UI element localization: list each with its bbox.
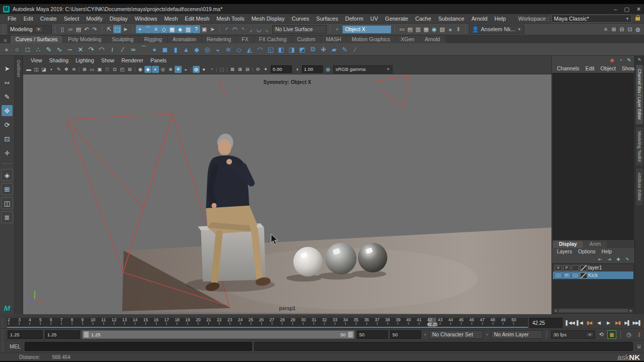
use-lights-icon[interactable]: ◎ [159,66,167,73]
menu-set-select[interactable]: Modeling ▼ [8,25,52,34]
four-pane-layout-button[interactable]: ⊞ [1,183,13,195]
layer-visibility-toggle[interactable]: V [554,265,562,271]
fps-select[interactable]: 30 fps ▼ [551,330,595,339]
timeline-frame-49[interactable]: 49 [501,318,506,327]
sidebar-pencil-icon[interactable]: ✎ [636,57,643,63]
snap-point-icon[interactable]: ⌗ [152,25,160,33]
timeline-frame-16[interactable]: 16 [154,318,158,327]
chevron-down-icon[interactable]: ▿ [423,332,427,337]
pause-viewport-icon[interactable]: ‖ [454,25,462,33]
resolution-gate-icon[interactable]: ▣ [96,66,103,73]
animation-preferences-button[interactable]: ▦ [607,330,616,339]
viewport-menu-item[interactable]: Renderer [118,57,147,63]
oversampling-icon[interactable]: ≋ [70,66,77,73]
timeline-frame-8[interactable]: 8 [71,318,73,327]
boundary-icon[interactable]: ◱ [266,45,275,54]
timeline-frame-23[interactable]: 23 [227,318,232,327]
viewport-menu-item[interactable]: View [27,57,46,63]
detach-curves-icon[interactable]: ∕ [118,45,127,54]
shelf-tab[interactable]: Custom [292,36,320,43]
minimize-button[interactable]: – [614,6,617,13]
timeline-frame-50[interactable]: 50 [511,318,516,327]
shelf-menu-icon[interactable]: ≡ [1,38,10,43]
move-tool[interactable]: ✥ [2,105,13,116]
viewport-menu-item[interactable]: Panels [147,57,170,63]
timeline-frame-21[interactable]: 21 [206,318,211,327]
timeline-frame-5[interactable]: 5 [39,318,42,327]
command-input-field[interactable] [25,342,252,351]
select-hierarchy-icon[interactable]: ⇱ [105,25,113,33]
timeline-frame-11[interactable]: 11 [101,318,106,327]
menu-item[interactable]: File [4,16,20,22]
two-pane-layout-button[interactable]: ◫ [1,197,13,209]
vsep1[interactable]: | [78,66,80,73]
construction-history-icon[interactable]: ◜ [223,25,231,33]
timeline-frame-45[interactable]: 45 [459,318,463,327]
layer-color-swatch[interactable] [580,273,587,279]
chevron-down-icon[interactable]: ▾ [333,25,341,33]
chevron-down-icon[interactable]: ▿ [485,332,489,337]
go-to-end-button[interactable]: ▶▶▌ [632,319,641,327]
playback-loop-icon[interactable]: ⟲ [597,330,605,338]
channel-box-menu-item[interactable]: Object [597,65,618,71]
select-object-icon[interactable]: ⬚ [113,25,121,33]
select-tool[interactable]: ➤ [2,63,13,74]
render-current-frame-icon[interactable]: ▤ [406,25,414,33]
attribute-editor-toggle-icon[interactable]: ⊡ [626,25,634,33]
sculpt-surface-icon[interactable]: ✎ [340,45,349,54]
exposure-icon[interactable]: ✦ [262,66,269,73]
timeline-frame-31[interactable]: 31 [311,318,316,327]
vsep6[interactable]: | [252,66,254,73]
cv-curve-tool-icon[interactable]: ∴ [34,45,43,54]
snap-projected-center-icon[interactable]: ◇ [160,25,168,33]
layer-color-swatch[interactable] [580,265,587,271]
layer-editor-menu-item[interactable]: Help [598,249,615,254]
menu-item[interactable]: Generate [381,16,412,22]
nurbs-plane-icon[interactable]: ◆ [192,45,201,54]
timeline-frame-48[interactable]: 48 [491,318,495,327]
gate-mask-icon[interactable]: □ [104,66,111,73]
timeline-frame-7[interactable]: 7 [60,318,63,327]
extrude-icon[interactable]: ◭ [245,45,254,54]
layer-name[interactable]: Kick [588,273,598,278]
square-surface-icon[interactable]: ◧ [277,45,286,54]
panel-side-tab[interactable]: Attribute Editor [636,168,643,205]
command-output-field[interactable] [254,342,633,351]
timeline-frame-25[interactable]: 25 [249,318,253,327]
colorspace-select[interactable]: sRGB gamma ▼ [333,65,392,73]
menu-item[interactable]: Windows [131,16,161,22]
menu-item[interactable]: Mesh Display [248,16,288,22]
manipulator-display-icon[interactable]: ◉ [609,57,615,63]
revolve-icon[interactable]: ◒ [213,45,222,54]
shelf-history-icon[interactable]: ● [2,45,11,54]
nurbs-sphere-icon[interactable]: ● [150,45,159,54]
step-forward-frame-button[interactable]: ▶▌ [623,319,632,327]
xray-joints-icon[interactable]: ● [200,66,207,73]
range-grip[interactable] [1,329,4,340]
scroll-right-icon[interactable]: ▸ [628,309,633,313]
scale-tool[interactable]: ⊡ [2,133,13,144]
nurbs-circle-icon[interactable]: ○ [13,45,22,54]
panel-side-tab[interactable]: Modeling Toolkit [636,127,643,166]
shelf-tab[interactable]: XGen [395,36,419,43]
character-set-select[interactable]: No Character Set [429,330,483,339]
plugin-shapes-icon[interactable]: ⬚ [218,66,225,73]
outliner-persp-layout-button[interactable]: ≣ [1,211,13,223]
timeline-frame-28[interactable]: 28 [280,318,284,327]
timeline-frame-18[interactable]: 18 [175,318,179,327]
snapshot-icon[interactable]: ⊟ [244,66,251,73]
lock-selection-icon[interactable]: ▣ [200,25,208,33]
new-scene-icon[interactable]: ▯ [58,25,66,33]
timeline-frame-34[interactable]: 34 [343,318,348,327]
range-end-handle[interactable] [348,331,353,338]
menu-item[interactable]: Substance [435,16,468,22]
surface-snap-icon[interactable]: ◝ [239,25,247,33]
anim-layer-select[interactable]: No Anim Layer [491,330,542,339]
character-controls-icon[interactable]: ⊞ [610,25,618,33]
snap-together-icon[interactable]: ▥ [184,25,192,33]
motion-blur-icon[interactable]: ◒ [182,66,189,73]
menu-item[interactable]: Deform [342,16,367,22]
menu-item[interactable]: Mesh [160,16,181,22]
go-to-start-button[interactable]: ▌◀◀ [566,319,575,327]
paste-view-icon[interactable]: ⊞ [236,66,244,73]
